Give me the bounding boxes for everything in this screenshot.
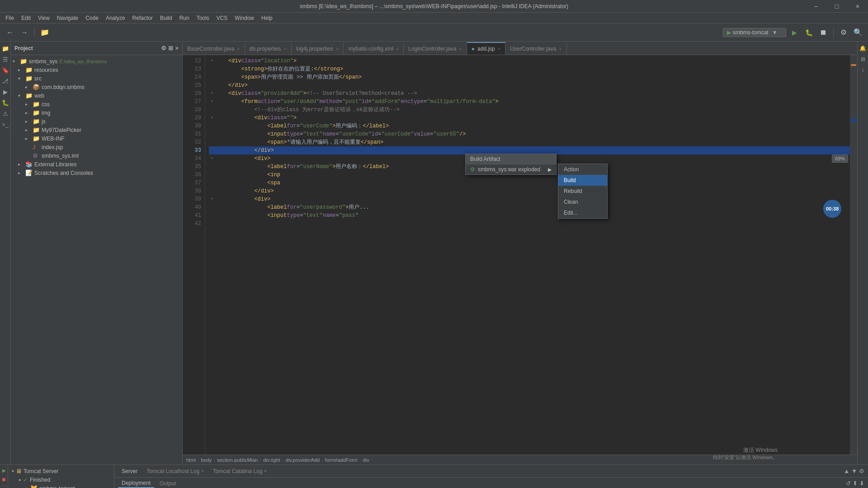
tree-item-js[interactable]: ▸ 📁 js	[11, 117, 182, 126]
breadcrumb-html[interactable]: html	[186, 457, 196, 463]
code-content[interactable]: ▾ <div class="location"> <strong>你好在在的位置…	[205, 55, 857, 455]
sidebar-git-icon[interactable]: ⎇	[0, 76, 10, 86]
tree-item-external-libs[interactable]: ▸ 📚 External Libraries	[11, 160, 182, 169]
menu-view[interactable]: View	[34, 14, 53, 22]
sidebar-terminal-icon[interactable]: >_	[0, 119, 10, 129]
tree-item-web[interactable]: ▾ 📁 web	[11, 91, 182, 100]
sidebar-run-icon[interactable]: ▶	[0, 87, 10, 97]
action-item-action[interactable]: Action	[558, 164, 607, 175]
run-button[interactable]: ▶	[788, 26, 801, 39]
breadcrumb-section[interactable]: section.publicMian	[217, 457, 258, 463]
menu-tools[interactable]: Tools	[193, 14, 213, 22]
action-item-edit[interactable]: Edit...	[558, 207, 607, 218]
breadcrumb-divprovider[interactable]: div.providerAdd	[286, 457, 320, 463]
tab-close-icon[interactable]: ×	[264, 469, 267, 474]
run-config-selector[interactable]: ▶ smbms-tomcat ▼	[723, 28, 786, 37]
tree-item-index[interactable]: ▸ J index.jsp	[11, 143, 182, 151]
breadcrumb-div[interactable]: div	[363, 457, 369, 463]
build-artifact-item[interactable]: ⚙ smbms_sys:war exploded ▶	[466, 164, 556, 174]
deploy-arrow-up-icon[interactable]: ⬆	[853, 480, 858, 487]
tree-item-webinf[interactable]: ▸ 📁 WEB-INF	[11, 134, 182, 143]
tree-item-src[interactable]: ▾ 📁 src	[11, 74, 182, 83]
tab-usercontroller[interactable]: UserController.java ×	[505, 42, 566, 55]
project-gear-icon[interactable]: ⚙	[161, 45, 166, 52]
scroll-up-icon[interactable]: ▲	[844, 468, 849, 474]
tab-basecontroller[interactable]: BaseController.java ×	[183, 42, 245, 55]
sidebar-structure-icon[interactable]: ☰	[0, 54, 10, 64]
deploy-reload-icon[interactable]: ↺	[846, 480, 851, 487]
sidebar-problems-icon[interactable]: ⚠	[0, 108, 10, 118]
tree-item-iml[interactable]: ▸ ⚙ smbms_sys.iml	[11, 151, 182, 160]
toolbar-settings[interactable]: ⚙	[837, 26, 850, 39]
menu-analyze[interactable]: Analyze	[102, 14, 129, 22]
srv-tomcat-server[interactable]: ▾ 🖥 Tomcat Server	[10, 467, 112, 475]
tab-log4j[interactable]: log4j.properties ×	[292, 42, 344, 55]
tab-close-icon[interactable]: ×	[459, 46, 462, 52]
breadcrumb-divright[interactable]: div.right	[263, 457, 280, 463]
output-settings-icon[interactable]: ⚙	[859, 468, 864, 474]
fold-22[interactable]: ▾	[209, 57, 215, 65]
close-button[interactable]: ×	[847, 0, 868, 13]
tab-close-icon[interactable]: ×	[559, 46, 561, 52]
menu-window[interactable]: Window	[231, 14, 258, 22]
tab-dbprops[interactable]: db.properties ×	[245, 42, 292, 55]
minimize-button[interactable]: −	[806, 0, 826, 13]
menu-refactor[interactable]: Refactor	[129, 14, 156, 22]
right-icon-hierarchy[interactable]: ↕	[858, 65, 868, 75]
sidebar-project-icon[interactable]: 📁	[0, 43, 10, 53]
tab-close-icon[interactable]: ×	[396, 46, 399, 52]
toolbar-back[interactable]: ←	[4, 26, 16, 39]
srv-smbms-tomcat[interactable]: ▸ 🐱 smbms-tomcat	[10, 484, 112, 488]
menu-help[interactable]: Help	[258, 14, 276, 22]
tree-item-resources[interactable]: ▸ 📁 resources	[11, 66, 182, 74]
right-icon-structure[interactable]: ⊞	[858, 54, 868, 64]
deploy-arrow-down-icon[interactable]: ⬇	[859, 480, 864, 487]
tab-close-icon[interactable]: ×	[498, 46, 500, 52]
tab-close-icon[interactable]: ×	[237, 46, 240, 52]
action-item-rebuild[interactable]: Rebuild	[558, 186, 607, 197]
debug-button[interactable]: 🐛	[802, 26, 815, 39]
menu-edit[interactable]: Edit	[18, 14, 34, 22]
menu-code[interactable]: Code	[82, 14, 102, 22]
tab-mybatis[interactable]: mybatis-config.xml ×	[344, 42, 404, 55]
subtab-deployment[interactable]: Deployment	[118, 479, 154, 488]
menu-navigate[interactable]: Navigate	[53, 14, 82, 22]
maximize-button[interactable]: □	[826, 0, 847, 13]
tab-close-icon[interactable]: ×	[201, 469, 204, 474]
tree-item-scratches[interactable]: ▸ 📝 Scratches and Consoles	[11, 169, 182, 177]
stop-button[interactable]: ⏹	[817, 26, 830, 39]
menu-vcs[interactable]: VCS	[213, 14, 231, 22]
menu-run[interactable]: Run	[176, 14, 193, 22]
toolbar-project[interactable]: 📁	[38, 26, 51, 39]
action-item-build[interactable]: Build	[558, 175, 607, 186]
fold-27[interactable]: ▾	[209, 98, 215, 106]
tree-item-package[interactable]: ▸ 📦 com.bdqn.smbms	[11, 83, 182, 91]
fold-39[interactable]: ▾	[209, 195, 215, 203]
tree-item-datepicker[interactable]: ▸ 📁 My97DatePicker	[11, 126, 182, 134]
tree-item-css[interactable]: ▸ 📁 css	[11, 100, 182, 108]
tab-close-icon[interactable]: ×	[284, 46, 287, 52]
tab-server[interactable]: Server	[118, 467, 141, 475]
tree-item-root[interactable]: ▾ 📁 smbms_sys E:\idea_ws_8\smbms	[11, 57, 182, 66]
toolbar-forward[interactable]: →	[18, 26, 31, 39]
fold-29[interactable]: ▾	[209, 114, 215, 122]
right-icon-notifications[interactable]: 🔔	[858, 43, 868, 53]
breadcrumb-form[interactable]: form#addForm	[325, 457, 358, 463]
tab-close-icon[interactable]: ×	[336, 46, 339, 52]
sidebar-bookmark-icon[interactable]: 🔖	[0, 65, 10, 75]
tab-tomcat-localhost[interactable]: Tomcat Localhost Log ×	[143, 467, 208, 475]
stop-btn[interactable]: ⏹	[0, 476, 8, 483]
fold-34[interactable]: ▾	[209, 155, 215, 163]
fold-26[interactable]: ▾	[209, 89, 215, 98]
toolbar-search-everywhere[interactable]: 🔍	[852, 26, 864, 39]
srv-finished[interactable]: ▸ ✓ Finished	[10, 475, 112, 484]
subtab-output[interactable]: Output	[156, 479, 179, 488]
project-close-icon[interactable]: ×	[175, 45, 179, 52]
run-btn[interactable]: ▶	[0, 467, 8, 474]
scroll-down-icon[interactable]: ▼	[851, 468, 857, 474]
tab-tomcat-catalina[interactable]: Tomcat Catalina Log ×	[209, 467, 270, 475]
tab-logincontroller[interactable]: LoginController.java ×	[404, 42, 467, 55]
tree-item-img[interactable]: ▸ 📁 img	[11, 108, 182, 117]
breadcrumb-body[interactable]: body	[201, 457, 212, 463]
menu-file[interactable]: File	[2, 14, 18, 22]
